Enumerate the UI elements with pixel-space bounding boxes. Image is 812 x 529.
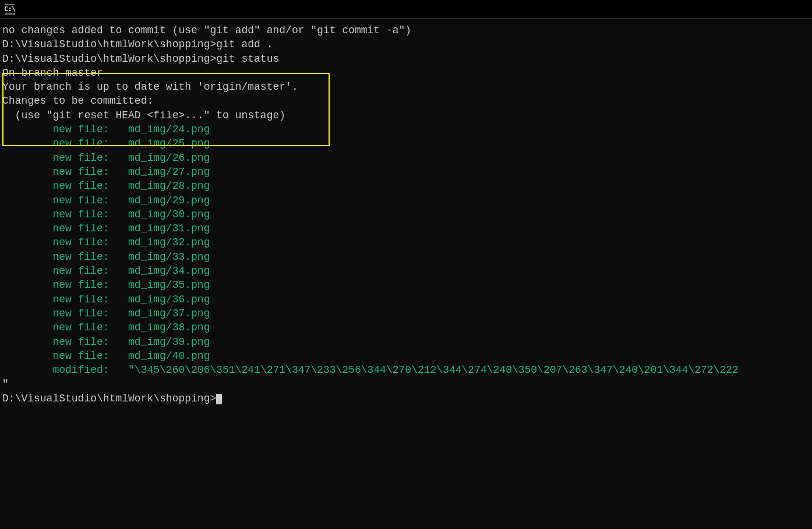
terminal-line: (use "git reset HEAD <file>..." to unsta…: [2, 108, 810, 122]
maximize-button[interactable]: [772, 3, 789, 15]
terminal-line: new file: md_img/35.png: [2, 278, 810, 292]
terminal-line: new file: md_img/29.png: [2, 193, 810, 207]
terminal-line: new file: md_img/27.png: [2, 165, 810, 179]
cmd-icon: C:\: [5, 4, 15, 15]
terminal-body: no changes added to commit (use "git add…: [0, 19, 812, 529]
terminal-line: new file: md_img/40.png: [2, 349, 810, 363]
terminal-line: new file: md_img/30.png: [2, 207, 810, 221]
title-bar-left: C:\: [5, 4, 20, 15]
title-bar: C:\: [0, 0, 812, 19]
terminal-line: new file: md_img/31.png: [2, 221, 810, 235]
terminal-line: new file: md_img/32.png: [2, 235, 810, 249]
terminal-lines: no changes added to commit (use "git add…: [2, 23, 810, 405]
cursor: [216, 394, 222, 404]
terminal-line: new file: md_img/33.png: [2, 250, 810, 264]
title-bar-controls: [754, 3, 807, 15]
terminal-line: new file: md_img/25.png: [2, 136, 810, 150]
terminal-line: D:\VisualStudio\htmlWork\shopping>git ad…: [2, 37, 810, 51]
terminal-line: D:\VisualStudio\htmlWork\shopping>git st…: [2, 52, 810, 66]
terminal-line: Changes to be committed:: [2, 94, 810, 108]
minimize-button[interactable]: [754, 3, 770, 15]
terminal-line: new file: md_img/36.png: [2, 292, 810, 306]
terminal-line: new file: md_img/38.png: [2, 320, 810, 334]
terminal-line: new file: md_img/39.png: [2, 335, 810, 349]
terminal-line: new file: md_img/26.png: [2, 151, 810, 165]
terminal-line: Your branch is up to date with 'origin/m…: [2, 80, 810, 94]
terminal-line: new file: md_img/34.png: [2, 264, 810, 278]
terminal-line: ": [2, 377, 810, 391]
terminal-line: new file: md_img/37.png: [2, 306, 810, 320]
terminal-line: new file: md_img/24.png: [2, 122, 810, 136]
terminal-line: no changes added to commit (use "git add…: [2, 23, 810, 37]
terminal-line: D:\VisualStudio\htmlWork\shopping>: [2, 392, 810, 405]
terminal-line: new file: md_img/28.png: [2, 179, 810, 193]
terminal-content: no changes added to commit (use "git add…: [2, 23, 810, 405]
terminal-line: On branch master: [2, 66, 810, 80]
terminal-line: modified: "\345\260\206\351\241\271\347\…: [2, 363, 810, 377]
close-button[interactable]: [791, 3, 807, 15]
